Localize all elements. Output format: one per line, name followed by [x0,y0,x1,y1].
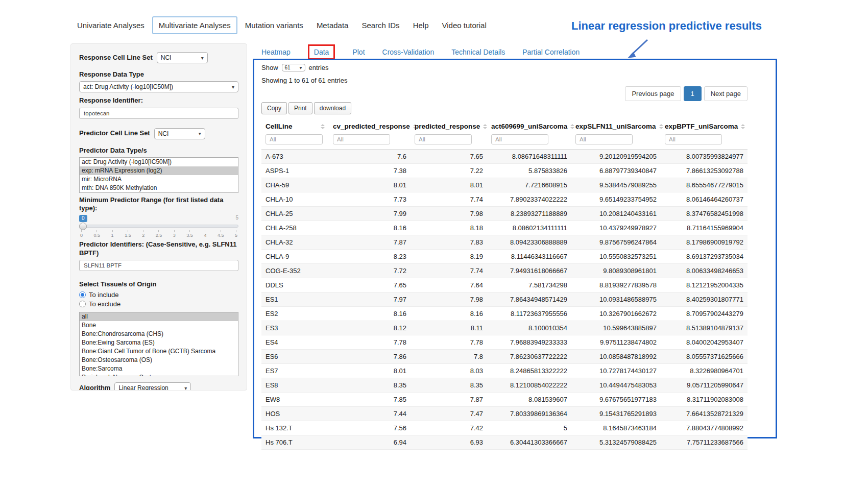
nav-item-help[interactable]: Help [407,17,435,33]
column-header-inner: CellLine [266,123,325,130]
response-identifier-input[interactable] [79,108,238,119]
value-cell: 7.73 [329,192,411,207]
cell-line-cell: CHLA-9 [261,250,329,264]
show-entries-suffix: entries [309,64,329,71]
column-header-act609699-unisarcoma[interactable]: act609699_uniSarcoma [487,118,571,133]
column-label: predicted_response [415,123,480,130]
table-row: ASPS-17.387.225.8758338266.8879773934084… [261,164,748,178]
slider-tick: 3.5 [186,230,193,238]
data-type-option-mth-dna-850k-methylation[interactable]: mth: DNA 850K Methylation [80,184,238,192]
slider-tick: 0 [80,230,83,238]
table-row: CHLA-2588.168.188.0860213411111110.43792… [261,221,748,235]
response-cell-line-set-select[interactable]: NCI ▾ [157,52,208,63]
next-page-button[interactable]: Next page [704,86,748,101]
nav-item-video-tutorial[interactable]: Video tutorial [436,17,492,33]
nav-item-multivariate-analyses[interactable]: Multivariate Analyses [152,16,237,34]
column-header-expslfn11-unisarcoma[interactable]: expSLFN11_uniSarcoma [571,118,661,133]
column-header-predicted-response[interactable]: predicted_response [411,118,487,133]
tissue-option-bone-giant-cell-tumor-of-bone-gctb-sarcoma[interactable]: Bone:Giant Cell Tumor of Bone (GCTB) Sar… [80,347,238,356]
response-data-type-select[interactable]: act: Drug Activity (-log10[IC50M]) ▾ [79,81,238,92]
nav-item-search-ids[interactable]: Search IDs [356,17,405,33]
value-cell: 8.31711902083008 [661,393,748,407]
tab-heatmap[interactable]: Heatmap [261,48,291,56]
column-header-expbptf-unisarcoma[interactable]: expBPTF_uniSarcoma [661,118,748,133]
page-number-button[interactable]: 1 [684,86,702,101]
value-cell: 7.8 [411,350,487,364]
column-header-cv-predicted-response[interactable]: cv_predicted_response [329,118,411,133]
predictor-cell-line-set-field: Predictor Cell Line Set NCI ▾ [79,128,238,139]
tissue-option-all[interactable]: all [80,312,238,321]
table-row: ES38.128.118.10001035410.5996438858978.5… [261,321,748,335]
print-button[interactable]: Print [288,102,312,114]
show-entries: Show 61 ▾ entries [261,64,748,71]
algorithm-select[interactable]: Linear Regression ▾ [114,382,191,391]
cell-line-cell: CHLA-32 [261,235,329,250]
cell-line-cell: ES6 [261,350,329,364]
tissue-option-bone[interactable]: Bone [80,321,238,330]
radio-to-include[interactable]: To include [79,291,238,299]
column-header-inner: cv_predicted_response [333,123,406,130]
nav-item-univariate-analyses[interactable]: Univariate Analyses [71,17,150,33]
predictor-data-types-label: Predictor Data Type/s [79,147,238,155]
tissue-option-bone-chondrosarcoma-chs[interactable]: Bone:Chondrosarcoma (CHS) [80,330,238,338]
value-cell: 10.4379249978927 [571,221,661,235]
cell-line-cell: ES7 [261,364,329,378]
sort-down-icon [321,127,325,129]
tissue-option-bone-osteosarcoma-os[interactable]: Bone:Osteosarcoma (OS) [80,356,238,364]
column-filter-expbptf-unisarcoma[interactable] [665,134,722,144]
column-filter-expslfn11-unisarcoma[interactable] [575,134,633,144]
tab-cross-validation[interactable]: Cross-Validation [382,48,435,56]
cell-line-cell: Hs 132.T [261,421,329,435]
tab-plot[interactable]: Plot [352,48,365,56]
tab-technical-details[interactable]: Technical Details [451,48,505,56]
value-cell: 8.01 [329,364,411,378]
algorithm-label: Algorithm [79,384,110,391]
column-filter-act609699-unisarcoma[interactable] [491,134,548,144]
nav-item-mutation-variants[interactable]: Mutation variants [239,17,309,33]
column-filter-cellline[interactable] [266,134,323,144]
radio-to-exclude[interactable]: To exclude [79,300,238,308]
data-type-option-act-drug-activity-log10-ic50m[interactable]: act: Drug Activity (-log10[IC50M]) [80,158,238,166]
table-row: CHLA-98.238.198.1144634311666710.5550832… [261,250,748,264]
tissue-option-bone-ewing-sarcoma-es[interactable]: Bone:Ewing Sarcoma (ES) [80,338,238,347]
tissue-option-bone-sarcoma[interactable]: Bone:Sarcoma [80,364,238,373]
column-filter-cv-predicted-response[interactable] [333,134,390,144]
previous-page-button[interactable]: Previous page [625,86,681,101]
tab-data[interactable]: Data [308,44,335,60]
value-cell: 7.64 [411,278,487,292]
value-cell: 7.22 [411,164,487,178]
predictor-cell-line-set-select[interactable]: NCI ▾ [154,128,205,139]
table-row: Hs 706.T6.946.936.304413033666675.313245… [261,435,748,450]
column-filter-predicted-response[interactable] [415,134,472,144]
column-header-cellline[interactable]: CellLine [261,118,329,133]
table-row: DDLS7.657.647.5817342988.819392778395788… [261,278,748,292]
slider-track[interactable] [79,225,238,228]
value-cell: 7.98 [411,207,487,221]
value-cell: 7.80339869136364 [487,407,571,421]
value-cell: 8.04002042953407 [661,335,748,350]
predictor-identifiers-input[interactable] [79,260,238,271]
download-button[interactable]: download [314,102,351,114]
nav-item-metadata[interactable]: Metadata [311,17,354,33]
tab-partial-correlation[interactable]: Partial Correlation [522,48,580,56]
tissue-list: allBoneBone:Chondrosarcoma (CHS)Bone:Ewi… [79,312,238,376]
value-cell: 8.65554677279015 [661,178,748,192]
entries-count-select[interactable]: 61 ▾ [282,64,305,71]
copy-button[interactable]: Copy [261,102,287,114]
select-value: Linear Regression [118,384,168,391]
value-cell: 9.65149233754952 [571,192,661,207]
value-cell: 7.581734298 [487,278,571,292]
cell-line-cell: CHLA-25 [261,207,329,221]
sort-icon [483,124,487,129]
value-cell: 8.06146464260737 [661,192,748,207]
slider-tick: 2.5 [156,230,162,238]
table-row: ES47.787.787.968839492333339.97511238474… [261,335,748,350]
cell-line-cell: ES2 [261,307,329,321]
cell-line-cell: ASPS-1 [261,164,329,178]
data-type-option-exp-mrna-expression-log2[interactable]: exp: mRNA Expression (log2) [80,166,238,175]
tissue-option-peripheral-nervous-system[interactable]: Peripheral_Nervous_System [80,373,238,376]
value-cell: 8.23893271188889 [487,207,571,221]
slider-handle[interactable] [79,223,87,230]
value-cell: 8.16 [411,307,487,321]
data-type-option-mir-microrna[interactable]: mir: MicroRNA [80,175,238,184]
